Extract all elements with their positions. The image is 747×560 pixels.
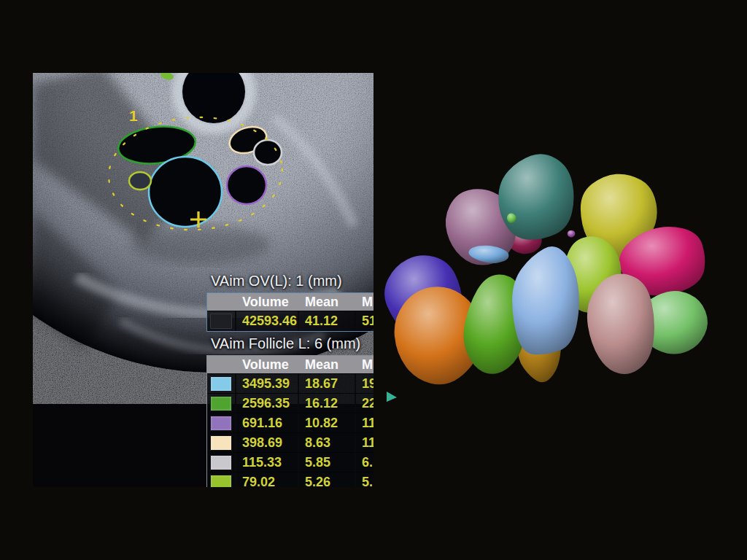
header-max: M	[356, 356, 374, 373]
follicle-mean: 8.63	[299, 433, 356, 452]
follicle-row[interactable]: 691.16 10.82 11	[207, 413, 374, 432]
follicle-row[interactable]: 2596.35 16.12 22	[207, 393, 374, 413]
header-mean: Mean	[299, 293, 356, 311]
follicle-table-title: VAim Follicle L: 6 (mm)	[211, 332, 360, 354]
follicle-volume: 115.33	[236, 453, 299, 472]
follicle-max: 22	[356, 394, 374, 413]
follicle-color-swatch	[210, 416, 232, 431]
follicle-contour-yellowgreen[interactable]	[129, 172, 151, 190]
follicle-color-swatch	[210, 396, 232, 411]
ovary-table-header: Volume Mean M	[207, 293, 374, 311]
follicle-3d-purple-dot[interactable]	[568, 230, 576, 238]
follicle-mean: 5.85	[299, 453, 356, 472]
follicle-max: 11	[356, 433, 374, 452]
follicle-3d-light-blue[interactable]	[512, 246, 579, 354]
follicle-3d-dusty-rose[interactable]	[587, 274, 654, 374]
ovary-measure-table[interactable]: Volume Mean M 42593.46 41.12 51	[206, 292, 374, 332]
follicle-mean: 16.12	[299, 394, 356, 413]
render-3d-panel[interactable]	[379, 135, 715, 405]
follicle-contour-gray[interactable]	[254, 140, 282, 165]
follicle-volume: 691.16	[236, 413, 299, 432]
ovary-number-label: 1	[129, 107, 138, 124]
header-swatch-spacer	[207, 293, 236, 311]
follicle-color-swatch	[210, 475, 232, 488]
follicle-color-swatch	[210, 435, 232, 451]
header-volume: Volume	[236, 356, 299, 373]
follicle-table-header: Volume Mean M	[207, 356, 374, 373]
ovary-mean: 41.12	[299, 311, 356, 331]
sonoavc-screen: 1 VAim OV(L): 1 (mm) Volume Mean M 42593…	[0, 0, 747, 560]
follicle-volume: 3495.39	[236, 374, 299, 393]
follicle-max: 5.	[356, 472, 374, 487]
follicle-contour-cyan[interactable]	[149, 157, 222, 227]
follicle-3d-blobs[interactable]	[384, 154, 708, 384]
follicle-mean: 18.67	[299, 374, 356, 393]
follicle-max: 19	[356, 374, 374, 393]
header-max: M	[356, 293, 374, 311]
ultrasound-panel[interactable]: 1 VAim OV(L): 1 (mm) Volume Mean M 42593…	[33, 73, 374, 487]
follicle-volume: 2596.35	[236, 394, 299, 413]
shadow-under-follicles	[131, 225, 270, 263]
header-volume: Volume	[236, 293, 299, 311]
ovary-volume: 42593.46	[236, 311, 299, 331]
follicle-measure-table[interactable]: Volume Mean M 3495.39 18.67 19 2596.35 1…	[206, 355, 374, 487]
header-mean: Mean	[299, 356, 356, 373]
ovary-table-title: VAim OV(L): 1 (mm)	[211, 270, 342, 292]
ovary-row[interactable]: 42593.46 41.12 51	[207, 311, 374, 331]
follicle-mean: 5.26	[299, 472, 356, 487]
follicle-volume: 79.02	[236, 472, 299, 487]
follicle-color-swatch	[210, 455, 232, 470]
header-swatch-spacer	[207, 356, 236, 373]
follicle-mean: 10.82	[299, 413, 356, 432]
follicle-max: 6.	[356, 453, 374, 472]
follicle-max: 11	[356, 413, 374, 432]
follicle-row[interactable]: 115.33 5.85 6.	[207, 452, 374, 472]
orientation-triangle-icon	[387, 392, 397, 402]
follicle-color-swatch	[210, 376, 232, 392]
follicle-volume: 398.69	[236, 433, 299, 452]
ovary-max: 51	[356, 311, 374, 331]
follicle-row[interactable]: 398.69 8.63 11	[207, 432, 374, 452]
follicle-contour-purple[interactable]	[227, 166, 266, 204]
follicle-3d-teal[interactable]	[498, 154, 573, 239]
follicle-row[interactable]: 3495.39 18.67 19	[207, 373, 374, 393]
follicle-row[interactable]: 79.02 5.26 5.	[207, 472, 374, 487]
ovary-swatch-empty	[210, 314, 232, 329]
